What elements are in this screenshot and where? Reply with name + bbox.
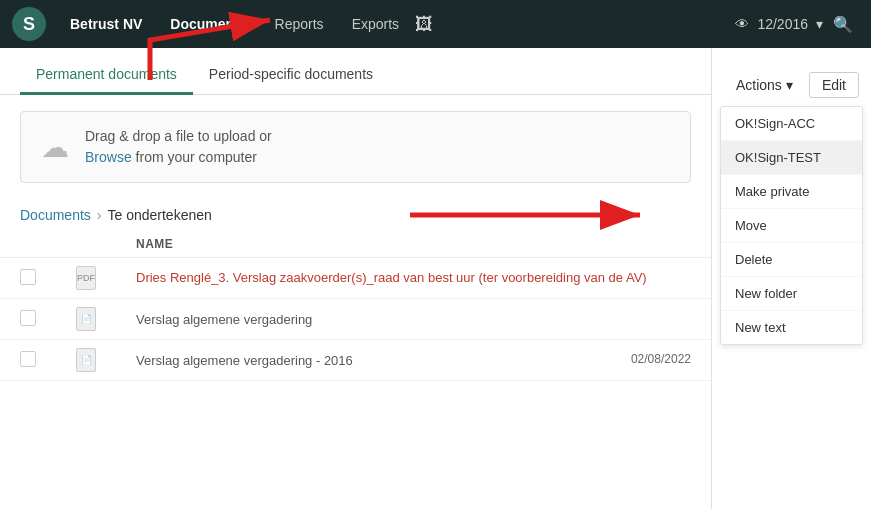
upload-text: Drag & drop a file to upload or Browse f…	[85, 126, 272, 168]
actions-dropdown: OK!Sign-ACCOK!Sign-TESTMake privateMoveD…	[720, 106, 863, 345]
actions-label: Actions	[736, 77, 782, 93]
col-checkbox	[0, 231, 56, 258]
actions-header: Actions ▾ Edit	[712, 56, 871, 106]
main-content: Permanent documents Period-specific docu…	[0, 48, 871, 509]
dropdown-item-new-text[interactable]: New text	[721, 311, 862, 344]
table-row: 📄 Verslag algemene vergadering - 2016 02…	[0, 340, 711, 381]
browse-link[interactable]: Browse	[85, 149, 132, 165]
actions-button[interactable]: Actions ▾	[728, 73, 801, 97]
navbar-logo[interactable]: S	[12, 7, 46, 41]
dropdown-item-make-private[interactable]: Make private	[721, 175, 862, 209]
dropdown-item-ok-sign-acc[interactable]: OK!Sign-ACC	[721, 107, 862, 141]
navbar-brand[interactable]: Betrust NV	[58, 10, 154, 38]
navbar-documents[interactable]: Documents	[158, 10, 258, 38]
row-icon-cell: 📄	[56, 340, 116, 381]
navbar-reports[interactable]: Reports	[263, 10, 336, 38]
row-checkbox-cell	[0, 299, 56, 340]
navbar-search-btn[interactable]: 🔍	[827, 11, 859, 38]
edit-button[interactable]: Edit	[809, 72, 859, 98]
breadcrumb-separator: ›	[97, 207, 102, 223]
table-row: PDF Dries Renglé_3. Verslag zaakvoerder(…	[0, 258, 711, 299]
row-checkbox-2[interactable]	[20, 310, 36, 326]
row-checkbox-cell	[0, 340, 56, 381]
file-icon-2: 📄	[76, 307, 96, 331]
file-name-3: Verslag algemene vergadering - 2016	[136, 353, 353, 368]
col-name: NAME	[116, 231, 711, 258]
dropdown-item-new-folder[interactable]: New folder	[721, 277, 862, 311]
dropdown-item-delete[interactable]: Delete	[721, 243, 862, 277]
actions-chevron-icon: ▾	[786, 77, 793, 93]
navbar: S Betrust NV Documents Reports Exports 🖼…	[0, 0, 871, 48]
file-icon-3: 📄	[76, 348, 96, 372]
left-panel: Permanent documents Period-specific docu…	[0, 48, 711, 509]
image-icon[interactable]: 🖼	[415, 14, 435, 35]
upload-area[interactable]: ☁ Drag & drop a file to upload or Browse…	[20, 111, 691, 183]
breadcrumb-current: Te ondertekenen	[107, 207, 211, 223]
breadcrumb: Documents › Te ondertekenen	[0, 199, 711, 231]
table-row: 📄 Verslag algemene vergadering	[0, 299, 711, 340]
navbar-period[interactable]: 👁 12/2016 ▾	[735, 16, 823, 32]
file-link-1[interactable]: Dries Renglé_3. Verslag zaakvoerder(s)_r…	[136, 270, 647, 285]
row-name-cell-3: Verslag algemene vergadering - 2016 02/0…	[116, 340, 711, 381]
breadcrumb-root[interactable]: Documents	[20, 207, 91, 223]
row-checkbox-1[interactable]	[20, 269, 36, 285]
dropdown-item-ok-sign-test[interactable]: OK!Sign-TEST	[721, 141, 862, 175]
row-name-cell-1: Dries Renglé_3. Verslag zaakvoerder(s)_r…	[116, 258, 711, 299]
row-name-cell-2: Verslag algemene vergadering	[116, 299, 711, 340]
col-icon	[56, 231, 116, 258]
navbar-exports[interactable]: Exports	[340, 10, 411, 38]
dropdown-item-move[interactable]: Move	[721, 209, 862, 243]
tabs-bar: Permanent documents Period-specific docu…	[0, 56, 711, 95]
documents-table: NAME PDF Dries Renglé_3. Verslag zaakvoe…	[0, 231, 711, 381]
file-date-3: 02/08/2022	[631, 352, 691, 366]
tab-period-specific-documents[interactable]: Period-specific documents	[193, 56, 389, 95]
right-panel: Actions ▾ Edit OK!Sign-ACCOK!Sign-TESTMa…	[711, 48, 871, 509]
row-icon-cell: PDF	[56, 258, 116, 299]
file-name-2: Verslag algemene vergadering	[136, 312, 312, 327]
tab-permanent-documents[interactable]: Permanent documents	[20, 56, 193, 95]
row-checkbox-cell	[0, 258, 56, 299]
file-icon-1: PDF	[76, 266, 96, 290]
row-icon-cell: 📄	[56, 299, 116, 340]
upload-cloud-icon: ☁	[41, 131, 69, 164]
row-checkbox-3[interactable]	[20, 351, 36, 367]
